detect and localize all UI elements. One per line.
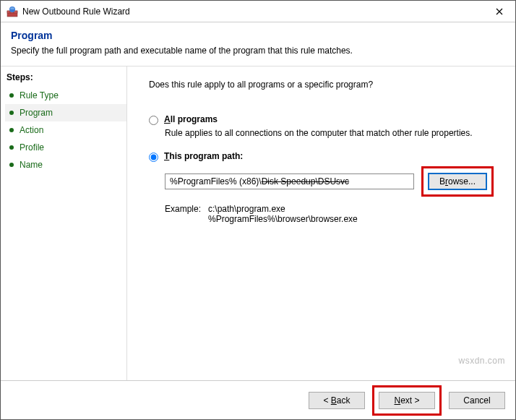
bullet-icon	[9, 145, 14, 150]
path-text-redacted: Disk Speedup\DSUsvc	[262, 176, 349, 187]
firewall-icon	[7, 6, 18, 17]
step-rule-type[interactable]: Rule Type	[5, 87, 126, 104]
bullet-icon	[9, 93, 14, 98]
wizard-footer: < Back Next > Cancel	[1, 380, 515, 419]
step-label: Program	[20, 108, 53, 118]
watermark: wsxdn.com	[458, 356, 505, 366]
option-all-programs-label: All programs	[164, 114, 218, 124]
browse-button[interactable]: Browse...	[428, 173, 487, 190]
titlebar: New Outbound Rule Wizard	[1, 1, 515, 22]
program-path-row: %ProgramFiles% (x86)\Disk Speedup\DSUsvc…	[165, 166, 499, 197]
highlight-box-next: Next >	[372, 385, 442, 416]
close-button[interactable]	[483, 1, 515, 22]
page-description: Specify the full program path and execut…	[11, 46, 504, 56]
steps-sidebar: Steps: Rule Type Program Action Profile …	[1, 67, 127, 380]
wizard-body: Steps: Rule Type Program Action Profile …	[1, 67, 515, 380]
page-title: Program	[11, 30, 504, 41]
step-label: Rule Type	[20, 90, 59, 100]
radio-all-programs[interactable]	[149, 116, 158, 125]
bullet-icon	[9, 163, 14, 167]
program-path-input[interactable]: %ProgramFiles% (x86)\Disk Speedup\DSUsvc	[165, 173, 414, 189]
step-name[interactable]: Name	[5, 156, 126, 173]
bullet-icon	[9, 111, 14, 115]
step-label: Name	[20, 160, 43, 170]
example-label: Example:	[165, 204, 208, 224]
main-panel: Does this rule apply to all programs or …	[127, 67, 515, 380]
option-all-programs-row: All programs	[149, 114, 499, 125]
radio-program-path[interactable]	[149, 153, 158, 162]
svg-rect-1	[7, 11, 10, 13]
example-2: %ProgramFiles%\browser\browser.exe	[208, 214, 358, 224]
highlight-box-browse: Browse...	[421, 166, 494, 197]
back-button[interactable]: < Back	[309, 392, 365, 409]
wizard-header: Program Specify the full program path an…	[1, 22, 515, 66]
example-row: Example: c:\path\program.exe %ProgramFil…	[165, 204, 499, 224]
option-program-path-label: This program path:	[164, 151, 243, 161]
step-program[interactable]: Program	[5, 104, 126, 121]
step-label: Profile	[20, 142, 44, 153]
option-all-programs-desc: Rule applies to all connections on the c…	[165, 128, 499, 138]
steps-heading: Steps:	[5, 72, 126, 87]
step-label: Action	[20, 125, 43, 135]
example-1: c:\path\program.exe	[208, 204, 358, 214]
step-action[interactable]: Action	[5, 121, 126, 139]
path-text-plain: %ProgramFiles% (x86)\	[170, 176, 262, 187]
next-button[interactable]: Next >	[379, 392, 435, 409]
step-profile[interactable]: Profile	[5, 139, 126, 156]
bullet-icon	[9, 128, 14, 132]
option-program-path-row: This program path:	[149, 151, 499, 162]
window-title: New Outbound Rule Wizard	[22, 7, 483, 17]
example-values: c:\path\program.exe %ProgramFiles%\brows…	[208, 204, 358, 224]
cancel-button[interactable]: Cancel	[449, 392, 505, 409]
question-text: Does this rule apply to all programs or …	[149, 80, 499, 90]
wizard-window: New Outbound Rule Wizard Program Specify…	[0, 0, 516, 420]
